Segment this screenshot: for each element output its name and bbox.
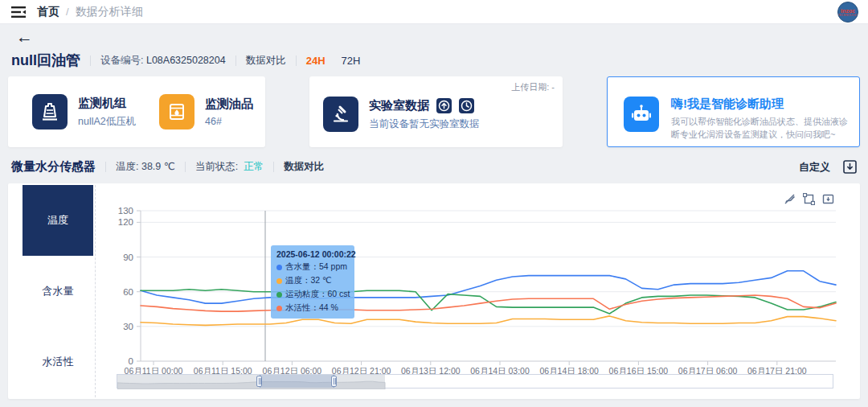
- sensor-title: 微量水分传感器: [11, 159, 96, 175]
- avatar-logo-text: inzoc: [841, 8, 855, 14]
- compare-label[interactable]: 数据对比: [246, 54, 286, 68]
- lab-title: 实验室数据: [369, 98, 429, 113]
- y-axis-label: 90: [123, 253, 133, 262]
- custom-button[interactable]: 自定义: [799, 160, 830, 175]
- y-axis-label: 120: [118, 217, 133, 227]
- sensor-temperature: 温度: 38.9 ℃: [116, 160, 175, 174]
- sensor-status: 当前状态: 正常: [195, 160, 264, 174]
- datazoom-data-shadow: [117, 375, 385, 388]
- machine-icon: [32, 94, 68, 130]
- breadcrumb-separator: /: [66, 6, 69, 18]
- assistant-desc: 我可以帮你智能化诊断油品状态、提供油液诊 断专业化润滑设备监测建议，快问问我吧~: [671, 116, 848, 142]
- download-icon[interactable]: [843, 160, 857, 174]
- datazoom-handle-right[interactable]: [331, 376, 337, 387]
- divider: [235, 56, 236, 66]
- datazoom-slider[interactable]: [117, 374, 833, 388]
- assistant-title: 嗨!我是智能诊断助理: [671, 97, 848, 112]
- device-no: 设备编号: L08A6325028204: [100, 54, 226, 68]
- robot-icon: [624, 97, 659, 132]
- sensor-compare-label[interactable]: 数据对比: [284, 160, 324, 174]
- divider: [185, 162, 186, 172]
- avatar[interactable]: inzoc TECHNOLOGY: [837, 2, 858, 23]
- top-bar: 首页 / 数据分析详细 inzoc TECHNOLOGY: [0, 0, 868, 24]
- history-icon[interactable]: [459, 98, 474, 113]
- oil-barrel-icon: [159, 94, 194, 130]
- sensor-header: 微量水分传感器 温度: 38.9 ℃ 当前状态: 正常 数据对比 自定义: [11, 159, 857, 175]
- y-axis-label: 0: [129, 356, 133, 366]
- back-button[interactable]: ←: [16, 27, 33, 46]
- range-72h-button[interactable]: 72H: [342, 55, 361, 67]
- status-badge: 正常: [244, 161, 264, 172]
- divider: [273, 162, 274, 172]
- divider: [296, 56, 297, 66]
- lab-group: 实验室数据 当前设备暂无实验室数据: [323, 97, 480, 132]
- monitor-oil-title: 监测油品: [205, 97, 253, 112]
- series-line-0: [141, 271, 836, 303]
- series-line-3: [141, 295, 836, 311]
- lab-empty-text: 当前设备暂无实验室数据: [369, 117, 480, 131]
- assistant-card[interactable]: 嗨!我是智能诊断助理 我可以帮你智能化诊断油品状态、提供油液诊 断专业化润滑设备…: [607, 76, 860, 147]
- breadcrumb-home[interactable]: 首页: [37, 5, 59, 19]
- lab-card: 上传日期: - 实验室数据: [309, 76, 563, 147]
- divider: [90, 56, 91, 66]
- y-axis-label: 30: [123, 322, 133, 331]
- y-axis-label: 130: [118, 206, 133, 216]
- avatar-logo-subtext: TECHNOLOGY: [837, 14, 858, 17]
- monitor-unit-title: 监测机组: [78, 96, 136, 111]
- page: 首页 / 数据分析详细 inzoc TECHNOLOGY ← null回油管 设…: [0, 0, 868, 407]
- chart-card: 温度 含水量 水活性 030609012013006月11日 00:0006月1…: [8, 183, 860, 399]
- monitor-card: 监测机组 nullA2低压机 监测油品 46#: [8, 76, 265, 147]
- page-title: null回油管: [11, 51, 80, 70]
- monitor-unit-value: nullA2低压机: [78, 115, 136, 129]
- breadcrumb-current: 数据分析详细: [76, 5, 143, 19]
- menu-fold-icon[interactable]: [11, 6, 26, 18]
- monitor-oil-group: 监测油品 46#: [159, 94, 253, 130]
- datazoom-window[interactable]: [260, 375, 334, 388]
- microscope-icon: [323, 97, 358, 132]
- divider: [105, 162, 106, 172]
- monitor-unit-group: 监测机组 nullA2低压机: [32, 94, 136, 130]
- upload-date: 上传日期: -: [511, 81, 555, 93]
- range-24h-button[interactable]: 24H: [306, 55, 326, 67]
- device-header: null回油管 设备编号: L08A6325028204 数据对比 24H 72…: [11, 51, 360, 70]
- y-axis-label: 60: [123, 287, 133, 297]
- datazoom-handle-left[interactable]: [256, 376, 262, 387]
- line-chart[interactable]: 030609012013006月11日 00:0006月11日 15:0006月…: [8, 183, 860, 399]
- series-line-1: [141, 316, 836, 326]
- upload-icon[interactable]: [436, 98, 452, 113]
- monitor-oil-value: 46#: [205, 116, 253, 127]
